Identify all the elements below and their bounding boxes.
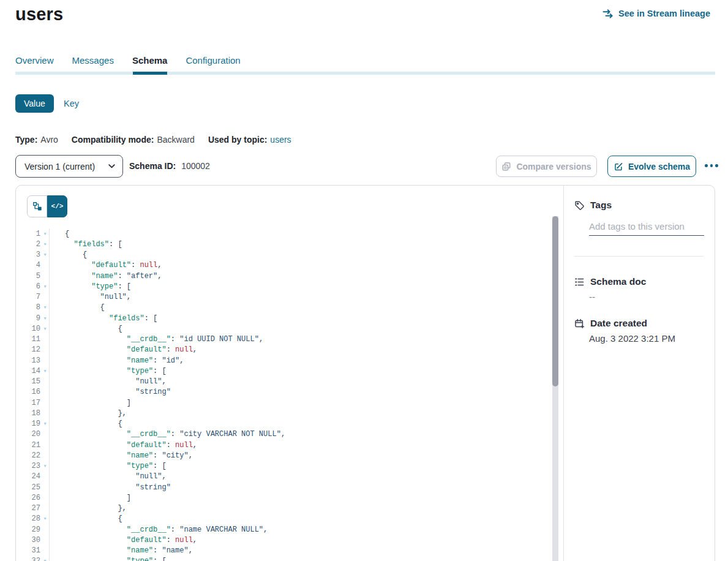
compare-versions-button[interactable]: Compare versions xyxy=(496,156,597,177)
page-title: users xyxy=(15,4,63,24)
code-line: 22 "name": "city", xyxy=(17,450,548,461)
collapse-arrow-icon[interactable]: ▼ xyxy=(40,326,50,331)
code-line: 10▼ { xyxy=(17,323,548,334)
tab-overview[interactable]: Overview xyxy=(15,55,54,66)
tree-view-icon xyxy=(32,201,42,211)
type-value: Avro xyxy=(40,135,58,145)
topic-link[interactable]: users xyxy=(270,135,291,145)
collapse-arrow-icon[interactable]: ▼ xyxy=(40,559,50,561)
collapse-arrow-icon[interactable]: ▼ xyxy=(40,421,50,426)
tab-schema[interactable]: Schema xyxy=(132,55,168,66)
lineage-link-label: See in Stream lineage xyxy=(618,9,710,18)
collapse-arrow-icon[interactable]: ▼ xyxy=(40,516,50,521)
code-text: { xyxy=(50,250,87,259)
line-number: 30 xyxy=(17,536,40,544)
code-text: "null", xyxy=(50,377,167,386)
tab-configuration[interactable]: Configuration xyxy=(186,55,240,66)
code-line: 32▼ "type": [ xyxy=(17,556,548,561)
code-text: ] xyxy=(50,399,131,407)
line-number: 32 xyxy=(17,557,40,561)
code-text: { xyxy=(50,230,69,238)
line-number: 4 xyxy=(17,261,40,269)
line-number: 11 xyxy=(17,335,40,344)
code-text: "__crdb__": "name VARCHAR NULL", xyxy=(50,525,268,534)
list-icon xyxy=(574,277,585,287)
code-view-button[interactable]: </> xyxy=(47,195,67,217)
collapse-arrow-icon[interactable]: ▼ xyxy=(40,284,50,289)
code-line: 20 "__crdb__": "city VARCHAR NOT NULL", xyxy=(17,429,548,440)
collapse-arrow-icon[interactable]: ▼ xyxy=(40,464,50,469)
code-text: "string" xyxy=(50,483,171,492)
code-line: 3▼ { xyxy=(17,250,548,260)
collapse-arrow-icon[interactable]: ▼ xyxy=(40,316,50,321)
editor-scrollbar-track[interactable] xyxy=(552,216,558,561)
compare-versions-label: Compare versions xyxy=(516,162,591,171)
collapse-arrow-icon[interactable]: ▼ xyxy=(40,252,50,257)
code-line: 9▼ "fields": [ xyxy=(17,313,548,323)
key-toggle-button[interactable]: Key xyxy=(64,99,79,108)
code-text: { xyxy=(50,325,122,333)
tab-messages[interactable]: Messages xyxy=(72,55,114,66)
tab-bar: Overview Messages Schema Configuration xyxy=(15,55,259,66)
code-line: 1▼{ xyxy=(17,228,548,239)
line-number: 29 xyxy=(17,525,40,534)
line-number: 5 xyxy=(17,272,40,280)
editor-scrollbar-thumb[interactable] xyxy=(552,216,558,386)
tags-section-header: Tags xyxy=(574,200,612,211)
line-number: 17 xyxy=(17,399,40,407)
code-text: "fields": [ xyxy=(50,314,157,323)
compatibility-label: Compatibility mode: xyxy=(72,135,154,145)
line-number: 3 xyxy=(17,250,40,259)
code-text: { xyxy=(50,420,122,428)
tree-view-button[interactable] xyxy=(27,195,47,217)
collapse-arrow-icon[interactable]: ▼ xyxy=(40,369,50,374)
code-line: 2▼ "fields": [ xyxy=(17,239,548,249)
compare-versions-icon xyxy=(501,162,511,171)
code-line: 30 "default": null, xyxy=(17,535,548,545)
code-line: 4 "default": null, xyxy=(17,260,548,271)
value-toggle-button[interactable]: Value xyxy=(15,94,54,113)
line-number: 26 xyxy=(17,494,40,502)
version-select[interactable]: Version 1 (current) xyxy=(15,155,123,178)
schema-doc-value: -- xyxy=(589,292,595,302)
code-line: 16 "string" xyxy=(17,387,548,397)
evolve-schema-button[interactable]: Evolve schema xyxy=(607,156,696,177)
code-line: 6▼ "type": [ xyxy=(17,281,548,292)
code-line: 26 ] xyxy=(17,492,548,503)
code-line: 19▼ { xyxy=(17,419,548,429)
line-number: 25 xyxy=(17,483,40,492)
tags-title: Tags xyxy=(590,200,612,211)
code-line: 24 "null", xyxy=(17,472,548,482)
line-number: 9 xyxy=(17,314,40,323)
schema-id-label: Schema ID: xyxy=(129,161,176,171)
code-line: 8▼ { xyxy=(17,303,548,313)
line-number: 28 xyxy=(17,514,40,523)
code-text: }, xyxy=(50,504,127,513)
code-line: 29 "__crdb__": "name VARCHAR NULL", xyxy=(17,524,548,535)
code-text: "name": "id", xyxy=(50,356,184,365)
code-text: { xyxy=(50,514,122,523)
code-text: "__crdb__": "id UUID NOT NULL", xyxy=(50,335,263,344)
version-select-value: Version 1 (current) xyxy=(24,162,108,171)
tabbar-track xyxy=(15,72,715,75)
code-text: "default": null, xyxy=(50,536,197,544)
code-text: { xyxy=(50,303,105,312)
more-options-icon[interactable] xyxy=(702,162,721,170)
see-in-stream-lineage-link[interactable]: See in Stream lineage xyxy=(602,9,710,18)
code-line: 5 "name": "after", xyxy=(17,271,548,281)
evolve-schema-label: Evolve schema xyxy=(628,162,690,171)
schema-panel: </> 1▼{2▼ "fields": [3▼ {4 "default": nu… xyxy=(15,185,715,561)
add-tags-input[interactable] xyxy=(589,217,704,236)
collapse-arrow-icon[interactable]: ▼ xyxy=(40,242,50,247)
editor-view-toggle: </> xyxy=(27,195,67,217)
line-number: 10 xyxy=(17,325,40,333)
code-text: "fields": [ xyxy=(50,240,122,249)
code-line: 25 "string" xyxy=(17,482,548,492)
code-text: "name": "city", xyxy=(50,451,193,460)
collapse-arrow-icon[interactable]: ▼ xyxy=(40,232,50,236)
line-number: 6 xyxy=(17,282,40,291)
code-line: 7 "null", xyxy=(17,292,548,303)
tag-icon xyxy=(574,200,585,211)
line-number: 18 xyxy=(17,409,40,418)
collapse-arrow-icon[interactable]: ▼ xyxy=(40,305,50,310)
